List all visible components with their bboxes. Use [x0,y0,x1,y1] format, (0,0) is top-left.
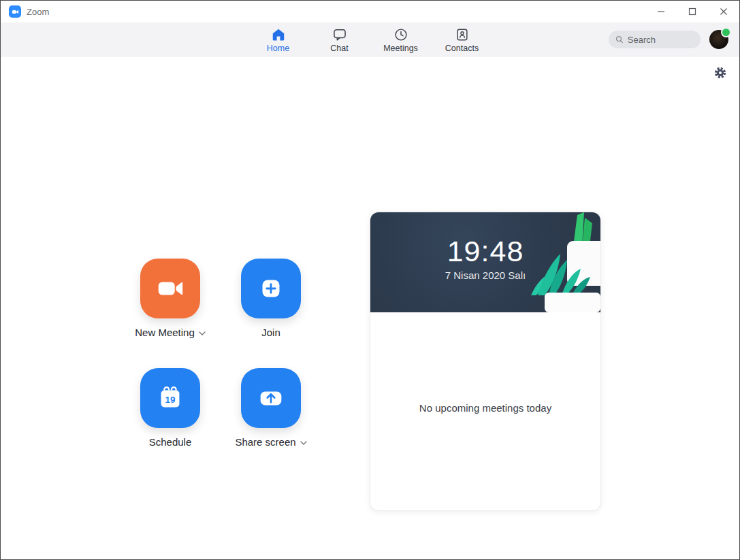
tab-chat[interactable]: Chat [309,26,370,53]
settings-button[interactable] [712,65,728,81]
no-meetings-message: No upcoming meetings today [419,402,551,414]
new-meeting-button[interactable] [140,259,200,318]
search-icon [615,35,624,44]
online-status-dot [722,29,730,36]
chevron-down-icon [300,441,307,445]
share-screen-button[interactable] [241,368,301,428]
calendar-day-number: 19 [165,395,176,405]
share-arrow-icon [255,382,287,414]
join-tile: Join [221,259,321,338]
tab-home-label: Home [267,44,289,53]
zoom-logo-icon [9,5,21,18]
tab-contacts-label: Contacts [445,44,479,53]
search-input[interactable] [628,35,694,45]
potted-plant-illustration [524,212,600,312]
share-screen-label: Share screen [235,436,295,448]
nav-tabs: Home Chat Meetings [248,26,493,53]
home-content: New Meeting Join [1,56,739,560]
home-icon [271,27,286,42]
maximize-button[interactable] [677,1,708,22]
zoom-app-window: Zoom Home [0,0,740,560]
new-meeting-label: New Meeting [135,327,195,338]
clock-icon [393,27,408,42]
search-box[interactable] [609,31,701,48]
upcoming-meetings-card: 19:48 7 Nisan 2020 Salı [370,212,601,511]
tab-meetings[interactable]: Meetings [370,26,432,53]
schedule-button[interactable]: 19 [140,368,200,428]
video-camera-icon [155,273,186,304]
minimize-icon [657,7,665,16]
chevron-down-icon [199,331,206,335]
user-avatar[interactable] [709,30,728,49]
tab-chat-label: Chat [330,44,348,53]
clock-panel: 19:48 7 Nisan 2020 Salı [370,212,600,312]
action-buttons-grid: New Meeting Join [120,259,321,448]
tab-meetings-label: Meetings [383,44,418,53]
new-meeting-tile: New Meeting [120,259,221,338]
tab-home[interactable]: Home [248,26,309,53]
contact-card-icon [455,27,470,42]
calendar-icon: 19 [155,382,186,414]
window-title: Zoom [27,7,49,17]
window-controls [645,1,739,22]
close-icon [720,7,728,16]
new-meeting-dropdown-chevron[interactable] [199,331,206,335]
top-nav-bar: Home Chat Meetings [1,22,739,56]
share-screen-dropdown-chevron[interactable] [300,441,307,445]
share-screen-tile: Share screen [221,368,321,448]
minimize-button[interactable] [645,1,677,22]
maximize-icon [688,7,696,16]
plus-icon [255,273,287,304]
join-button[interactable] [241,259,301,318]
schedule-tile: 19 Schedule [120,368,221,448]
schedule-label: Schedule [149,436,192,448]
gear-icon [713,66,727,80]
meetings-list-area: No upcoming meetings today [370,312,600,414]
join-label: Join [261,327,280,338]
tab-contacts[interactable]: Contacts [432,26,493,53]
close-button[interactable] [708,1,739,22]
title-bar: Zoom [1,1,739,22]
chat-bubble-icon [332,27,347,42]
